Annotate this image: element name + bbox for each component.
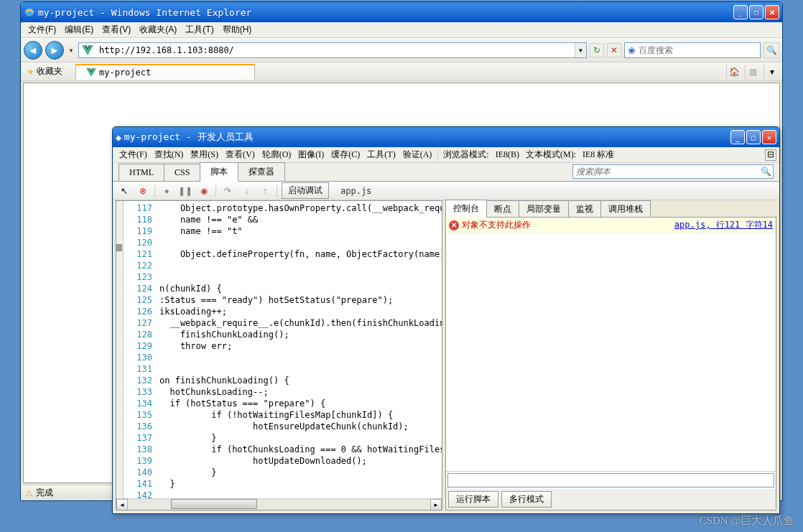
menu-file[interactable]: 文件(F) (24, 22, 60, 37)
search-input[interactable] (639, 45, 757, 55)
dev-minimize-button[interactable]: _ (730, 130, 745, 144)
tab-html[interactable]: HTML (119, 164, 164, 181)
feed-button[interactable]: ▦ (745, 65, 761, 79)
text-mode-label: 文本模式(M): (523, 147, 579, 162)
console-error-row: ✕ 对象不支持此操作 app.js, 行121 字符14 (446, 218, 776, 233)
tab-profiler[interactable]: 探查器 (238, 162, 285, 181)
console-input[interactable] (447, 473, 774, 487)
separator (437, 149, 438, 161)
rtab-watch[interactable]: 监视 (568, 200, 601, 218)
devtools-body: 117 118 119 120 121 122 123 124 125 126 … (116, 200, 776, 510)
console-buttons: 运行脚本 多行模式 (446, 489, 776, 510)
tab-strip: my-project (75, 64, 255, 80)
menu-tools[interactable]: 工具(T) (181, 22, 218, 37)
play-button[interactable]: ● (159, 184, 174, 198)
dev-menu-outline[interactable]: 轮廓(O) (259, 147, 295, 162)
scroll-right-button[interactable]: ► (430, 499, 442, 510)
minimize-button[interactable]: _ (733, 5, 748, 19)
rtab-callstack[interactable]: 调用堆栈 (600, 200, 651, 218)
dev-close-button[interactable]: ✕ (762, 130, 776, 144)
dev-menu-file[interactable]: 文件(F) (116, 147, 151, 162)
toolbar-dropdown[interactable]: ▾ (763, 65, 779, 79)
status-text: 完成 (36, 487, 53, 499)
code-content[interactable]: Object.prototype.hasOwnProperty.call(__w… (157, 201, 442, 510)
vue-icon (82, 45, 93, 55)
step-out-button[interactable]: ↑ (258, 184, 272, 198)
devtools-icon: ◆ (116, 132, 121, 143)
script-search-input[interactable] (573, 167, 758, 177)
multiline-button[interactable]: 多行模式 (501, 491, 552, 508)
clear-button[interactable]: ⊗ (136, 184, 150, 198)
tab-css[interactable]: CSS (164, 164, 200, 181)
current-file[interactable]: app.js (333, 186, 371, 196)
start-debug-button[interactable]: 启动调试 (282, 182, 329, 199)
stop-button[interactable]: ✕ (607, 43, 621, 57)
ie-titlebar[interactable]: my-project - Windows Internet Explorer _… (21, 2, 782, 22)
address-input[interactable] (96, 44, 575, 57)
search-button[interactable]: 🔍 (763, 42, 779, 58)
dev-menu-find[interactable]: 查找(N) (151, 147, 187, 162)
nav-history-dropdown[interactable]: ▼ (67, 41, 75, 60)
ie-logo-icon (24, 6, 35, 18)
browser-mode-value[interactable]: IE8(B) (492, 148, 523, 162)
script-search-box: 🔍 (572, 164, 774, 179)
devtools-tabs: HTML CSS 脚本 探查器 🔍 (113, 163, 779, 182)
code-gutter (116, 201, 124, 510)
home-button[interactable]: 🏠 (726, 65, 742, 79)
browser-tab[interactable]: my-project (75, 64, 255, 80)
favorites-label: 收藏夹 (37, 65, 62, 78)
console-input-area: 运行脚本 多行模式 (446, 471, 776, 510)
close-button[interactable]: ✕ (765, 5, 779, 19)
dev-menu-cache[interactable]: 缓存(C) (328, 147, 363, 162)
dev-menu-disable[interactable]: 禁用(S) (187, 147, 222, 162)
ie-navbar: ◄ ► ▼ ▼ ↻ ✕ ❀ 🔍 (21, 38, 782, 62)
rtab-breakpoints[interactable]: 断点 (486, 200, 519, 218)
search-icon[interactable]: 🔍 (758, 167, 773, 177)
right-panel: 控制台 断点 局部变量 监视 调用堆栈 ✕ 对象不支持此操作 app.js, 行… (445, 200, 776, 510)
text-mode-value[interactable]: IE8 标准 (579, 147, 618, 162)
error-message: 对象不支持此操作 (462, 219, 531, 231)
console-body: ✕ 对象不支持此操作 app.js, 行121 字符14 运行脚本 多行模式 (445, 217, 776, 510)
dev-menu-view[interactable]: 查看(V) (222, 147, 259, 162)
step-over-button[interactable]: ↷ (221, 184, 235, 198)
pause-button[interactable]: ❚❚ (178, 184, 192, 198)
menu-edit[interactable]: 编辑(E) (60, 22, 98, 37)
baidu-icon: ❀ (628, 45, 636, 56)
dev-menu-validate[interactable]: 验证(A) (399, 147, 436, 162)
ie-menubar: 文件(F) 编辑(E) 查看(V) 收藏夹(A) 工具(T) 帮助(H) (21, 22, 782, 38)
step-into-button[interactable]: ↓ (239, 184, 254, 198)
code-panel: 117 118 119 120 121 122 123 124 125 126 … (116, 200, 442, 510)
devtools-titlebar[interactable]: ◆ my-project - 开发人员工具 _ □ ✕ (113, 127, 779, 147)
separator (154, 185, 155, 197)
dock-button[interactable]: ⊟ (765, 149, 776, 161)
warning-icon: ⚠ (25, 488, 33, 498)
dev-menu-image[interactable]: 图像(I) (294, 147, 328, 162)
error-source-link[interactable]: app.js, 行121 字符14 (674, 219, 773, 231)
scroll-thumb[interactable] (171, 499, 257, 509)
rtab-console[interactable]: 控制台 (445, 200, 487, 218)
marker-icon (116, 244, 122, 251)
dev-menu-tools[interactable]: 工具(T) (363, 147, 399, 162)
maximize-button[interactable]: □ (749, 5, 763, 19)
tab-title: my-project (99, 67, 151, 78)
dev-maximize-button[interactable]: □ (746, 130, 761, 144)
break-button[interactable]: ◉ (197, 184, 211, 198)
address-dropdown[interactable]: ▼ (575, 43, 586, 57)
rtab-locals[interactable]: 局部变量 (519, 200, 569, 218)
scroll-left-button[interactable]: ◄ (116, 499, 128, 510)
pointer-button[interactable]: ↖ (117, 184, 131, 198)
back-button[interactable]: ◄ (24, 41, 42, 60)
menu-favorites[interactable]: 收藏夹(A) (135, 22, 181, 37)
horizontal-scrollbar[interactable]: ◄ ► (116, 498, 442, 510)
scroll-track[interactable] (128, 499, 430, 510)
menu-help[interactable]: 帮助(H) (218, 22, 256, 37)
favorites-button[interactable]: ★ 收藏夹 (24, 64, 65, 79)
tab-script[interactable]: 脚本 (200, 162, 238, 182)
menu-view[interactable]: 查看(V) (98, 22, 135, 37)
devtools-toolbar: ↖ ⊗ ● ❚❚ ◉ ↷ ↓ ↑ 启动调试 app.js (113, 182, 779, 200)
run-script-button[interactable]: 运行脚本 (448, 491, 498, 508)
search-box: ❀ (624, 42, 761, 58)
refresh-button[interactable]: ↻ (590, 43, 604, 57)
separator (277, 185, 277, 197)
forward-button[interactable]: ► (45, 41, 64, 60)
